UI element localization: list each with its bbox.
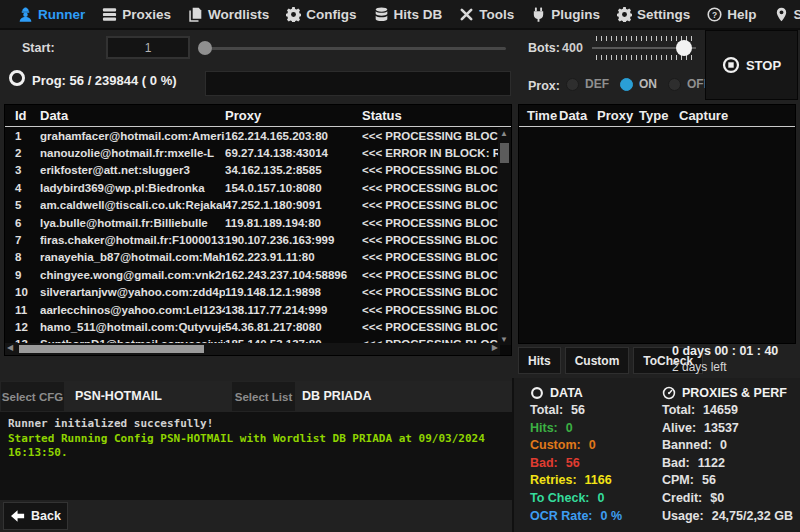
start-label: Start: [22, 41, 55, 55]
stat-label: Bad: [662, 455, 690, 473]
proxies-panel-title: PROXIES & PERF [662, 384, 800, 402]
progress-circle-icon [8, 69, 26, 87]
proxy-mode-option[interactable]: DEF [566, 77, 609, 91]
radio-button-icon[interactable] [668, 78, 681, 91]
stat-value: 0 [598, 490, 605, 508]
menu-item[interactable]: Runner [18, 7, 85, 22]
silverzone-pin-icon [774, 7, 789, 22]
column-header[interactable]: Data [40, 108, 225, 123]
cell-status: <<< PROCESSING BLOCK [362, 269, 511, 281]
menu-item[interactable]: Tools [459, 7, 514, 22]
column-header[interactable]: Proxy [225, 108, 362, 123]
menu-item[interactable]: Hits DB [374, 7, 443, 22]
stat-label: Banned: [662, 437, 712, 455]
table-row[interactable]: 3 erikfoster@att.net:slugger3 34.162.135… [5, 162, 511, 179]
stat-row: OCR Rate: 0 % [530, 508, 655, 526]
select-wordlist-button[interactable]: Select List [232, 382, 295, 411]
proxy-mode-option[interactable]: ON [620, 77, 657, 91]
cell-id: 5 [5, 199, 40, 211]
cell-status: <<< PROCESSING BLOCK [362, 286, 511, 298]
progress-text: Prog: 56 / 239844 ( 0 %) [32, 73, 177, 88]
table-row[interactable]: 5 am.caldwell@tiscali.co.uk:Rejakaba 47.… [5, 197, 511, 214]
column-header[interactable]: Time [519, 108, 559, 123]
cell-status: <<< PROCESSING BLOCK [362, 164, 511, 176]
tab-button[interactable]: Custom [565, 347, 630, 374]
table-row[interactable]: 10 silverartanjvw@yahoo.com:zdd4pi6l 119… [5, 284, 511, 301]
radio-button-icon[interactable] [566, 78, 579, 91]
menu-item[interactable]: Settings [617, 7, 690, 22]
start-slider-handle[interactable] [198, 41, 212, 55]
stat-row: To Check: 0 [530, 490, 655, 508]
menu-item-label: Settings [637, 7, 690, 22]
selected-config-value: PSN-HOTMAIL [75, 389, 162, 403]
stat-value: 0 [566, 420, 573, 438]
column-header[interactable]: Type [639, 108, 679, 123]
menu-item[interactable]: Configs [286, 7, 356, 22]
menu-item[interactable]: Silver Zone [774, 7, 800, 22]
stat-label: Retries: [530, 472, 577, 490]
select-config-button[interactable]: Select CFG [1, 382, 64, 411]
bots-slider[interactable] [592, 36, 696, 60]
stat-value: 56 [566, 455, 580, 473]
table-row[interactable]: 8 ranayehia_b87@hotmail.com:Mahar 162.22… [5, 249, 511, 266]
table-row[interactable]: 11 aarlecchinos@yahoo.com:Lel123456 138.… [5, 301, 511, 318]
proxies-server-icon [102, 7, 117, 22]
table-row[interactable]: 2 nanouzolie@hotmail.fr:mxelle-L 69.27.1… [5, 144, 511, 161]
table-row[interactable]: 6 lya.bulle@hotmail.fr:Billiebulle 119.8… [5, 214, 511, 231]
column-header[interactable]: Id [5, 108, 40, 123]
cell-data: aarlecchinos@yahoo.com:Lel123456 [40, 304, 225, 316]
column-header[interactable]: Proxy [597, 108, 639, 123]
column-header[interactable]: Capture [679, 108, 795, 123]
hitsdb-database-icon [374, 7, 389, 22]
scrollbar-thumb[interactable] [500, 143, 509, 163]
svg-text:?: ? [712, 9, 717, 19]
scrollbar-thumb[interactable] [19, 345, 204, 353]
cell-status: <<< PROCESSING BLOCK [362, 199, 511, 211]
table-row[interactable]: 1 grahamfacer@hotmail.com:America 162.21… [5, 127, 511, 144]
data-circle-icon [530, 386, 544, 400]
results-table: IdDataProxyStatus 1 grahamfacer@hotmail.… [4, 104, 512, 356]
back-button[interactable]: Back [3, 502, 68, 530]
table-row[interactable]: 12 hamo_511@hotmail.com:Qutyvuje 54.36.8… [5, 318, 511, 335]
progress-label: Prog: [32, 73, 66, 88]
column-header[interactable]: Data [559, 108, 597, 123]
stat-row: Total: 14659 [662, 402, 800, 420]
vertical-scrollbar[interactable] [498, 128, 511, 345]
hits-table-header: TimeDataProxyTypeCapture [519, 105, 795, 127]
table-row[interactable]: 7 firas.chaker@hotmail.fr:F100001316 190… [5, 231, 511, 248]
bots-slider-handle[interactable] [676, 40, 692, 56]
horizontal-scrollbar[interactable] [5, 343, 500, 355]
stat-row: Custom: 0 [530, 437, 655, 455]
radio-button-icon[interactable] [620, 78, 633, 91]
menu-item-label: Silver Zone [794, 7, 800, 22]
stat-row: Hits: 0 [530, 420, 655, 438]
progress-value: 56 / 239844 ( 0 %) [70, 73, 177, 88]
cell-proxy: 34.162.135.2:8585 [225, 164, 362, 176]
column-header[interactable]: Status [362, 108, 511, 123]
cell-status: <<< PROCESSING BLOCK [362, 130, 511, 142]
stat-row: Retries: 1166 [530, 472, 655, 490]
menu-item[interactable]: Proxies [102, 7, 171, 22]
stat-label: CPM: [662, 472, 694, 490]
cell-proxy: 54.36.81.217:8080 [225, 321, 362, 333]
panel-title-label: PROXIES & PERF [682, 386, 787, 400]
stat-value: 1122 [698, 455, 725, 473]
stop-button[interactable]: STOP [722, 56, 781, 74]
stat-value: 1166 [585, 472, 612, 490]
menu-item[interactable]: Plugins [531, 7, 600, 22]
table-row[interactable]: 9 chingyee.wong@gmail.com:vnk2nD 162.243… [5, 266, 511, 283]
cell-proxy: 162.214.165.203:80 [225, 130, 362, 142]
table-row[interactable]: 4 ladybird369@wp.pl:Biedronka 154.0.157.… [5, 179, 511, 196]
selected-wordlist-value: DB PRIADA [302, 389, 371, 403]
menu-item-label: Wordlists [208, 7, 269, 22]
tab-button[interactable]: Hits [518, 347, 561, 374]
plugins-plug-icon [531, 7, 546, 22]
cell-id: 7 [5, 234, 40, 246]
configs-gear-icon [286, 7, 301, 22]
start-slider[interactable] [198, 40, 506, 56]
cell-proxy: 162.243.237.104:58896 [225, 269, 362, 281]
menu-item[interactable]: Wordlists [188, 7, 269, 22]
menu-item[interactable]: ? Help [707, 7, 756, 22]
start-input[interactable] [106, 36, 190, 59]
results-table-body: 1 grahamfacer@hotmail.com:America 162.21… [5, 127, 511, 345]
